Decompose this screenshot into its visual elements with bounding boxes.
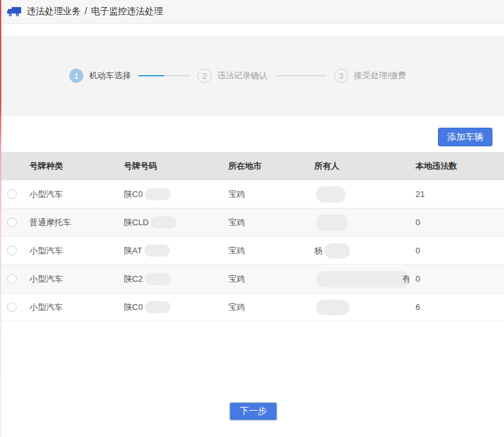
redacted-owner	[316, 214, 348, 231]
left-accent-edge	[0, 0, 1, 437]
vehicle-radio-4[interactable]	[7, 274, 17, 284]
table-row: 小型汽车 陕C0 宝鸡 6	[0, 293, 504, 321]
breadcrumb: 违法处理业务/电子监控违法处理	[27, 6, 163, 17]
table-row: 小型汽车 陕AT 宝鸡 杨 0	[0, 237, 504, 265]
stepper-section: 1 机动车选择 2 违法记录确认 3 接受处理/缴费	[0, 36, 504, 116]
cell-plate-number: 陕C0	[117, 188, 222, 200]
cell-plate-type: 普通摩托车	[23, 217, 117, 228]
cell-plate-number: 陕C0	[117, 301, 222, 313]
add-vehicle-button[interactable]: 添加车辆	[438, 128, 492, 146]
spacer	[0, 24, 504, 36]
redacted-owner	[316, 271, 409, 287]
redacted-owner	[324, 243, 350, 259]
cell-plate-type: 小型汽车	[23, 189, 117, 200]
redacted-plate	[151, 216, 176, 228]
cell-plate-number: 陕AT	[117, 244, 222, 257]
table-row: 小型汽车 陕C0 宝鸡 21	[0, 180, 504, 209]
step-1-circle: 1	[69, 69, 83, 83]
step-3-circle: 3	[334, 69, 348, 83]
step-connector-1	[139, 75, 190, 76]
cell-owner: 有限公...	[308, 271, 409, 287]
vehicle-table: 号牌种类 号牌号码 所在地市 所有人 本地违法数 小型汽车 陕C0 宝鸡 21 …	[0, 152, 504, 321]
redacted-owner	[316, 300, 349, 315]
table-row: 普通摩托车 陕CLD 宝鸡 0	[0, 209, 504, 237]
breadcrumb-separator: /	[85, 6, 87, 16]
cell-violation-count: 0	[409, 246, 504, 255]
redacted-plate	[144, 244, 170, 257]
cell-city: 宝鸡	[222, 245, 308, 257]
header-plate-type: 号牌种类	[23, 160, 117, 172]
redacted-plate	[145, 301, 171, 313]
redacted-plate	[145, 273, 171, 285]
cell-city: 宝鸡	[222, 273, 308, 285]
cell-plate-type: 小型汽车	[23, 273, 117, 285]
redacted-plate	[145, 188, 171, 200]
breadcrumb-section[interactable]: 违法处理业务	[27, 6, 81, 16]
header-city: 所在地市	[222, 160, 308, 172]
cell-owner	[308, 186, 409, 203]
header-plate-number: 号牌号码	[117, 160, 222, 172]
next-step-button[interactable]: 下一步	[230, 402, 277, 420]
cell-city: 宝鸡	[222, 189, 308, 200]
cell-violation-count: 0	[409, 218, 504, 227]
truck-icon	[6, 6, 22, 17]
cell-violation-count: 6	[409, 302, 504, 312]
vehicle-radio-3[interactable]	[7, 246, 17, 255]
step-2-label: 违法记录确认	[217, 70, 267, 81]
cell-city: 宝鸡	[222, 302, 308, 313]
bottom-area: 下一步	[0, 321, 504, 437]
cell-plate-type: 小型汽车	[23, 302, 117, 313]
vehicle-radio-2[interactable]	[7, 218, 17, 227]
vehicle-radio-1[interactable]	[7, 189, 17, 199]
redacted-owner	[316, 186, 346, 203]
vehicle-radio-5[interactable]	[7, 302, 17, 312]
cell-owner	[308, 300, 409, 315]
cell-plate-number: 陕CLD	[117, 216, 222, 228]
stepper: 1 机动车选择 2 违法记录确认 3 接受处理/缴费	[69, 69, 407, 83]
step-1-label: 机动车选择	[89, 70, 131, 81]
cell-violation-count: 21	[409, 189, 504, 199]
breadcrumb-current: 电子监控违法处理	[91, 6, 163, 16]
header-owner: 所有人	[308, 160, 409, 172]
step-connector-2	[275, 75, 326, 76]
step-3-label: 接受处理/缴费	[354, 70, 407, 81]
cell-plate-type: 小型汽车	[23, 245, 117, 257]
cell-city: 宝鸡	[222, 217, 308, 228]
topbar: 违法处理业务/电子监控违法处理	[0, 0, 504, 24]
cell-plate-number: 陕C2	[117, 273, 222, 285]
cell-violation-count: 0	[409, 274, 504, 284]
step-2-circle: 2	[197, 69, 212, 83]
header-violation-count: 本地违法数	[409, 160, 504, 172]
cell-owner: 杨	[308, 243, 409, 259]
table-row: 小型汽车 陕C2 宝鸡 有限公... 0	[0, 265, 504, 293]
toolbar: 添加车辆	[0, 116, 504, 152]
table-header-row: 号牌种类 号牌号码 所在地市 所有人 本地违法数	[0, 152, 504, 180]
cell-owner	[308, 214, 409, 231]
